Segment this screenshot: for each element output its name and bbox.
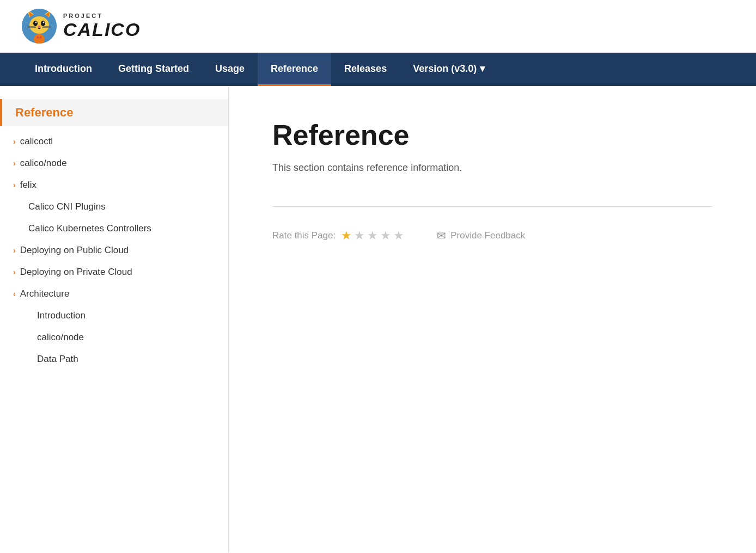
site-header: PROJECT CALICO	[0, 0, 756, 53]
nav-item-getting-started[interactable]: Getting Started	[105, 53, 202, 86]
sidebar-item-arch-introduction[interactable]: Introduction	[0, 305, 228, 327]
star-4[interactable]: ★	[380, 229, 391, 243]
svg-line-14	[42, 28, 51, 28]
sidebar-item-calicoctl[interactable]: › calicoctl	[0, 131, 228, 152]
sidebar: Reference › calicoctl › calico/node › fe…	[0, 86, 229, 552]
logo-icon	[22, 9, 57, 44]
sidebar-item-deploying-public-cloud[interactable]: › Deploying on Public Cloud	[0, 239, 228, 261]
sidebar-item-felix[interactable]: › felix	[0, 174, 228, 196]
rate-label: Rate this Page:	[272, 230, 336, 241]
nav-item-version[interactable]: Version (v3.0) ▾	[400, 53, 498, 86]
sidebar-item-calico-kubernetes-controllers[interactable]: Calico Kubernetes Controllers	[0, 218, 228, 239]
chevron-right-icon: ›	[13, 246, 16, 255]
svg-line-12	[27, 28, 36, 28]
rate-section: Rate this Page: ★ ★ ★ ★ ★	[272, 229, 404, 243]
sidebar-item-architecture[interactable]: ‹ Architecture	[0, 283, 228, 305]
svg-point-7	[41, 21, 45, 26]
sidebar-item-calico-node[interactable]: › calico/node	[0, 152, 228, 174]
nav-item-usage[interactable]: Usage	[202, 53, 258, 86]
svg-point-6	[33, 21, 38, 26]
svg-point-8	[35, 22, 37, 23]
provide-feedback-button[interactable]: ✉ Provide Feedback	[437, 229, 525, 242]
content-divider	[272, 206, 712, 207]
logo-area: PROJECT CALICO	[22, 9, 734, 44]
main-layout: Reference › calicoctl › calico/node › fe…	[0, 86, 756, 552]
chevron-down-icon: ‹	[13, 290, 16, 298]
feedback-row: Rate this Page: ★ ★ ★ ★ ★ ✉ Provide Feed…	[272, 229, 712, 243]
nav-item-reference[interactable]: Reference	[258, 53, 331, 86]
chevron-right-icon: ›	[13, 137, 16, 146]
chevron-right-icon: ›	[13, 181, 16, 189]
main-nav: Introduction Getting Started Usage Refer…	[0, 53, 756, 86]
logo-calico-label: CALICO	[63, 19, 141, 40]
content-area: Reference This section contains referenc…	[229, 86, 756, 552]
nav-item-releases[interactable]: Releases	[331, 53, 400, 86]
chevron-down-icon: ▾	[480, 63, 485, 75]
feedback-label: Provide Feedback	[450, 230, 525, 241]
star-3[interactable]: ★	[367, 229, 378, 243]
sidebar-item-arch-data-path[interactable]: Data Path	[0, 348, 228, 370]
stars-container: ★ ★ ★ ★ ★	[341, 229, 404, 243]
page-description: This section contains reference informat…	[272, 162, 712, 174]
logo-project-label: PROJECT	[63, 13, 141, 19]
sidebar-section-label: Reference	[15, 106, 73, 120]
mail-icon: ✉	[437, 229, 446, 242]
sidebar-item-deploying-private-cloud[interactable]: › Deploying on Private Cloud	[0, 261, 228, 283]
svg-point-1	[29, 16, 49, 34]
nav-item-introduction[interactable]: Introduction	[22, 53, 105, 86]
logo-text: PROJECT CALICO	[63, 13, 141, 40]
svg-point-10	[38, 26, 41, 28]
star-1[interactable]: ★	[341, 229, 352, 243]
svg-point-9	[43, 22, 45, 23]
chevron-right-icon: ›	[13, 268, 16, 276]
sidebar-section-header: Reference	[0, 99, 228, 126]
star-2[interactable]: ★	[354, 229, 365, 243]
chevron-right-icon: ›	[13, 159, 16, 168]
star-5[interactable]: ★	[393, 229, 404, 243]
sidebar-item-calico-cni-plugins[interactable]: Calico CNI Plugins	[0, 196, 228, 218]
sidebar-item-arch-calico-node[interactable]: calico/node	[0, 327, 228, 348]
page-title: Reference	[272, 119, 712, 151]
